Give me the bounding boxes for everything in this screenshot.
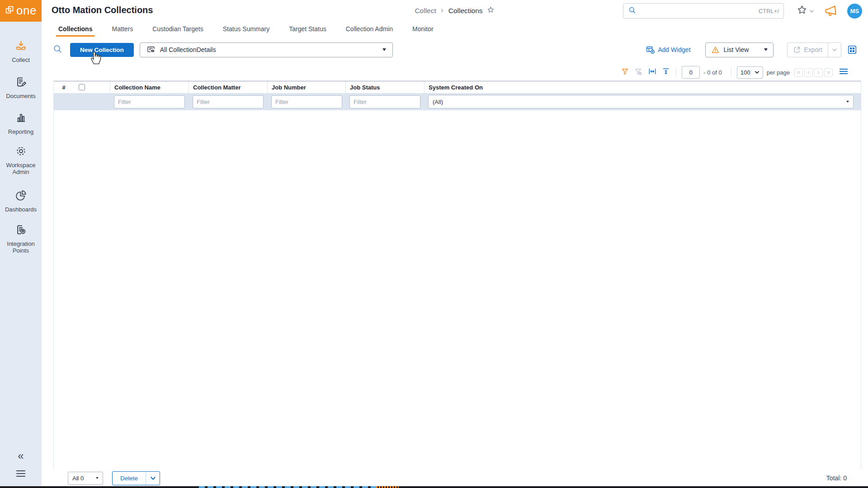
export-split-button: Export bbox=[787, 42, 841, 57]
collection-name-filter-input[interactable] bbox=[114, 95, 185, 108]
selection-scope-dropdown[interactable]: All 0 bbox=[68, 472, 103, 485]
search-icon bbox=[628, 6, 637, 16]
collect-icon bbox=[0, 40, 42, 54]
caret-down-icon bbox=[96, 477, 99, 479]
previous-page-button[interactable] bbox=[804, 68, 813, 77]
bar-chart-icon bbox=[0, 112, 42, 126]
total-count-label: Total: 0 bbox=[826, 474, 868, 482]
view-mode-dropdown[interactable]: List View bbox=[705, 42, 774, 57]
sidebar-item-documents[interactable]: Documents bbox=[0, 76, 42, 99]
page-number-input[interactable] bbox=[682, 66, 700, 79]
add-widget-button[interactable]: Add Widget bbox=[646, 45, 690, 55]
collection-matter-filter-input[interactable] bbox=[193, 95, 264, 108]
divider bbox=[731, 68, 731, 77]
main-area: Otto Mation Collections Collect Collecti… bbox=[42, 0, 868, 488]
integration-icon bbox=[0, 224, 42, 238]
system-created-on-filter-select[interactable]: (All) bbox=[428, 95, 854, 108]
breadcrumb: Collect Collections bbox=[415, 6, 495, 16]
announcements-button[interactable] bbox=[824, 5, 837, 18]
funnel-clear-icon bbox=[634, 67, 642, 78]
toolbar-right: Add Widget List View bbox=[646, 42, 857, 57]
tab-collections[interactable]: Collections bbox=[56, 25, 94, 37]
export-label: Export bbox=[804, 46, 822, 53]
export-button[interactable]: Export bbox=[788, 43, 828, 57]
date-filter-value: (All) bbox=[433, 99, 443, 105]
gear-icon bbox=[0, 145, 42, 159]
pager bbox=[794, 68, 833, 77]
select-all-checkbox[interactable] bbox=[79, 84, 85, 90]
layout-grid-button[interactable] bbox=[847, 45, 857, 55]
table-filter-row: (All) bbox=[54, 93, 861, 110]
application-window: one Collect Documents bbox=[0, 0, 868, 488]
expand-search-button[interactable] bbox=[52, 44, 63, 56]
sidebar-menu-button[interactable] bbox=[0, 469, 42, 479]
search-icon bbox=[52, 44, 63, 56]
add-widget-icon bbox=[646, 45, 655, 55]
column-header-system-created-on[interactable]: System Created On bbox=[424, 81, 861, 93]
user-avatar[interactable]: MS bbox=[847, 4, 862, 19]
caret-down-icon bbox=[846, 101, 849, 103]
sidebar-item-dashboards[interactable]: Dashboards bbox=[0, 189, 42, 213]
sidebar-item-workspace-admin[interactable]: Workspace Admin bbox=[0, 145, 42, 175]
delete-options-button[interactable] bbox=[146, 472, 160, 485]
tab-bar: Collections Matters Custodian Targets St… bbox=[42, 22, 868, 37]
export-options-button[interactable] bbox=[828, 43, 841, 57]
filter-toggle-button[interactable] bbox=[621, 67, 629, 78]
job-status-filter-input[interactable] bbox=[349, 95, 420, 108]
column-header-job-status[interactable]: Job Status bbox=[345, 81, 424, 93]
next-page-button[interactable] bbox=[814, 68, 823, 77]
sidebar-item-label: Collect bbox=[0, 56, 42, 63]
clear-filters-button[interactable] bbox=[634, 67, 642, 78]
column-header-number: # bbox=[54, 81, 74, 93]
sidebar-item-collect[interactable]: Collect bbox=[0, 40, 42, 63]
logo-text: one bbox=[16, 5, 37, 16]
favorites-dropdown-button[interactable] bbox=[809, 7, 814, 15]
delete-button[interactable]: Delete bbox=[113, 472, 146, 485]
sidebar-item-label: Reporting bbox=[0, 128, 42, 135]
fit-column-width-button[interactable] bbox=[648, 67, 657, 78]
global-search-input[interactable] bbox=[640, 7, 755, 14]
fit-row-height-button[interactable] bbox=[661, 67, 670, 78]
breadcrumb-parent[interactable]: Collect bbox=[415, 7, 436, 15]
star-icon bbox=[797, 5, 807, 17]
tab-matters[interactable]: Matters bbox=[109, 25, 135, 37]
view-mode-value: List View bbox=[724, 46, 760, 53]
export-icon bbox=[793, 46, 801, 54]
tab-status-summary[interactable]: Status Summary bbox=[221, 25, 272, 37]
breadcrumb-separator-icon bbox=[440, 7, 444, 15]
column-header-job-number[interactable]: Job Number bbox=[267, 81, 345, 93]
breadcrumb-current: Collections bbox=[448, 7, 483, 15]
tab-target-status[interactable]: Target Status bbox=[287, 25, 329, 37]
last-page-button[interactable] bbox=[824, 68, 833, 77]
view-selector-dropdown[interactable]: All CollectionDetails bbox=[140, 42, 393, 57]
filter-cell bbox=[345, 93, 424, 110]
fit-width-icon bbox=[648, 67, 657, 78]
app-logo[interactable]: one bbox=[0, 0, 42, 22]
header-actions: MS bbox=[797, 0, 868, 22]
global-search: CTRL+/ bbox=[623, 3, 784, 19]
table-header-row: # Collection Name Collection Matter Job … bbox=[54, 81, 861, 93]
sidebar-collapse-button[interactable]: « bbox=[0, 450, 42, 461]
divider bbox=[676, 68, 676, 77]
delete-split-button: Delete bbox=[112, 471, 160, 485]
filter-cell-empty bbox=[74, 93, 110, 110]
tab-monitor[interactable]: Monitor bbox=[410, 25, 436, 37]
grid-options-button[interactable] bbox=[839, 68, 848, 77]
new-collection-button[interactable]: New Collection bbox=[70, 43, 134, 57]
per-page-label: per page bbox=[767, 69, 790, 76]
tab-collection-admin[interactable]: Collection Admin bbox=[344, 25, 395, 37]
column-header-collection-matter[interactable]: Collection Matter bbox=[189, 81, 267, 93]
favorites-button[interactable] bbox=[797, 5, 807, 17]
favorite-star-icon[interactable] bbox=[487, 6, 495, 16]
filter-cell bbox=[189, 93, 267, 110]
tab-custodian-targets[interactable]: Custodian Targets bbox=[150, 25, 206, 37]
first-page-button[interactable] bbox=[794, 68, 803, 77]
sidebar-item-reporting[interactable]: Reporting bbox=[0, 112, 42, 135]
documents-icon bbox=[0, 76, 42, 90]
column-header-collection-name[interactable]: Collection Name bbox=[110, 81, 189, 93]
per-page-select[interactable]: 100 bbox=[737, 66, 763, 79]
chevron-down-icon bbox=[809, 7, 814, 15]
sidebar-item-integration-points[interactable]: Integration Points bbox=[0, 224, 42, 254]
job-number-filter-input[interactable] bbox=[271, 95, 342, 108]
add-widget-label: Add Widget bbox=[658, 46, 690, 53]
